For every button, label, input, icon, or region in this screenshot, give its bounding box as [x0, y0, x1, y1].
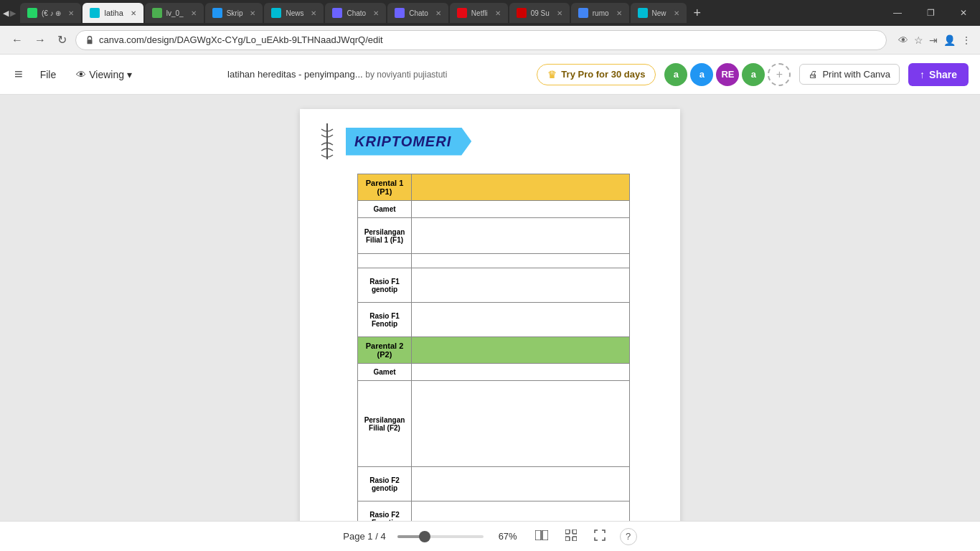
profile-icon[interactable]: 👤	[943, 34, 956, 46]
lock-icon	[85, 35, 95, 45]
tab-close-lv[interactable]: ✕	[191, 9, 197, 17]
svg-rect-2	[535, 530, 541, 540]
tab-close-skrip[interactable]: ✕	[250, 9, 255, 17]
tab-close-netflix[interactable]: ✕	[495, 9, 501, 17]
avatar-3-initials: a	[751, 69, 756, 80]
grid-single-view-button[interactable]	[532, 527, 551, 546]
print-button[interactable]: 🖨 Print with Canva	[799, 64, 900, 85]
gamet1-label-cell: Gamet	[358, 201, 412, 218]
doc-title-text: latihan hereditas - penyimpang...	[227, 69, 363, 80]
avatar-3[interactable]: a	[742, 63, 765, 86]
viewing-label: Viewing	[89, 69, 124, 80]
gamet2-label-cell: Gamet	[358, 364, 412, 381]
table-row-p2: Parental 2 (P2)	[358, 337, 630, 364]
eye-off-icon[interactable]: 👁	[898, 34, 908, 46]
avatar-group: a a RE a +	[664, 63, 791, 86]
tab-label-wa: (€ ♪ ⊕	[42, 9, 61, 17]
share-button[interactable]: ↑ Share	[908, 63, 969, 86]
address-bar: ← → ↻ canva.com/design/DAGWgXc-CYg/Lo_uE…	[0, 26, 980, 55]
crown-icon: ♛	[547, 69, 557, 80]
tab-latih[interactable]: latiha ✕	[83, 3, 143, 23]
table-row-gamet2: Gamet	[358, 364, 630, 381]
printer-icon: 🖨	[809, 69, 818, 80]
svg-rect-6	[565, 537, 570, 541]
tab-news[interactable]: News ✕	[264, 3, 324, 23]
tab-rumo[interactable]: rumo ✕	[571, 3, 629, 23]
tab-close-latih[interactable]: ✕	[131, 9, 136, 17]
tab-close-chat2[interactable]: ✕	[435, 9, 441, 17]
tab-chat1[interactable]: Chato ✕	[325, 3, 386, 23]
gamet2-value-cell	[412, 364, 630, 381]
url-box[interactable]: canva.com/design/DAGWgXc-CYg/Lo_uEAkb-9L…	[75, 30, 887, 50]
tab-new[interactable]: New ✕	[631, 3, 687, 23]
tab-favicon-09su	[517, 8, 527, 18]
tab-09su[interactable]: 09 Su ✕	[509, 3, 570, 23]
tab-netflix[interactable]: Netfli ✕	[450, 3, 508, 23]
tab-close-chat1[interactable]: ✕	[373, 9, 379, 17]
tab-favicon-rumo	[578, 8, 588, 18]
new-tab-button[interactable]: +	[688, 6, 707, 21]
close-button[interactable]: ✕	[947, 0, 980, 26]
tab-skrip[interactable]: Skrip ✕	[205, 3, 263, 23]
tab-favicon-skrip	[212, 8, 222, 18]
forward-button[interactable]: →	[32, 31, 49, 50]
refresh-button[interactable]: ↻	[55, 30, 70, 50]
rasio-f2-geno-label: Rasio F2 genotip	[358, 467, 412, 501]
add-collaborator-button[interactable]: +	[768, 63, 791, 86]
kriptomeri-badge: KRIPTOMERI	[346, 128, 471, 156]
zoom-slider-thumb[interactable]	[419, 531, 430, 542]
canvas-page: KRIPTOMERI Parental 1 (P1) Gamet Persila…	[300, 109, 680, 521]
main-content: KRIPTOMERI Parental 1 (P1) Gamet Persila…	[0, 95, 980, 521]
star-icon[interactable]: ☆	[914, 34, 923, 46]
bottom-bar: Page 1 / 4 67% ?	[0, 521, 980, 551]
zoom-slider-track[interactable]	[397, 535, 484, 538]
browser-fwd-icon: ▶	[10, 9, 16, 18]
grid-multi-view-button[interactable]	[562, 527, 580, 547]
table-row-f2-cross: Persilangan Filial (F2)	[358, 381, 630, 467]
table-row-gamet1: Gamet	[358, 201, 630, 218]
tab-favicon-chat2	[395, 8, 405, 18]
send-tab-icon[interactable]: ⇥	[929, 34, 938, 46]
rasio-f2-pheno-value	[412, 501, 630, 522]
kriptomeri-header: KRIPTOMERI	[314, 123, 666, 159]
table-row-p1: Parental 1 (P1)	[358, 174, 630, 201]
fullscreen-button[interactable]	[591, 527, 608, 547]
avatar-1[interactable]: a	[690, 63, 713, 86]
tab-chat2[interactable]: Chato ✕	[387, 3, 448, 23]
doc-title: latihan hereditas - penyimpang... by nov…	[146, 69, 528, 80]
f1-cross-label-cell: Persilangan Filial 1 (F1)	[358, 218, 412, 254]
share-icon: ↑	[920, 69, 925, 80]
minimize-button[interactable]: —	[881, 0, 914, 26]
fullscreen-icon	[594, 529, 606, 541]
rasio-f2-geno-value	[412, 467, 630, 501]
address-bar-icons: 👁 ☆ ⇥ 👤 ⋮	[898, 34, 971, 46]
avatar-0[interactable]: a	[664, 63, 687, 86]
tab-close-news[interactable]: ✕	[311, 9, 316, 17]
avatar-2-initials: RE	[721, 69, 734, 80]
tab-wa[interactable]: (€ ♪ ⊕ ✕	[20, 3, 81, 23]
grid-view-icon	[565, 529, 577, 541]
hamburger-button[interactable]: ≡	[11, 63, 26, 85]
tab-close-new[interactable]: ✕	[674, 9, 679, 17]
back-button[interactable]: ←	[9, 31, 26, 50]
f1-cross-extra-value	[412, 254, 630, 268]
browser-back-icon[interactable]: ◀	[3, 9, 9, 18]
tab-lv[interactable]: lv_0_ ✕	[145, 3, 204, 23]
menu-icon[interactable]: ⋮	[961, 34, 971, 46]
tab-label-lv: lv_0_	[166, 9, 184, 17]
p1-value-cell	[412, 174, 630, 201]
tab-close-09su[interactable]: ✕	[557, 9, 562, 17]
tab-close-wa[interactable]: ✕	[68, 9, 74, 17]
file-button[interactable]: File	[34, 66, 62, 83]
try-pro-button[interactable]: ♛ Try Pro for 30 days	[537, 64, 656, 85]
page-info: Page 1 / 4	[343, 531, 385, 542]
maximize-button[interactable]: ❐	[914, 0, 947, 26]
tab-favicon-netflix	[457, 8, 467, 18]
svg-rect-0	[88, 39, 93, 44]
tab-close-rumo[interactable]: ✕	[616, 9, 622, 17]
help-button[interactable]: ?	[620, 528, 637, 545]
f2-cross-value-cell	[412, 381, 630, 467]
kriptomeri-title: KRIPTOMERI	[354, 133, 451, 150]
viewing-button[interactable]: 👁 Viewing ▾	[70, 66, 138, 83]
avatar-2[interactable]: RE	[716, 63, 739, 86]
